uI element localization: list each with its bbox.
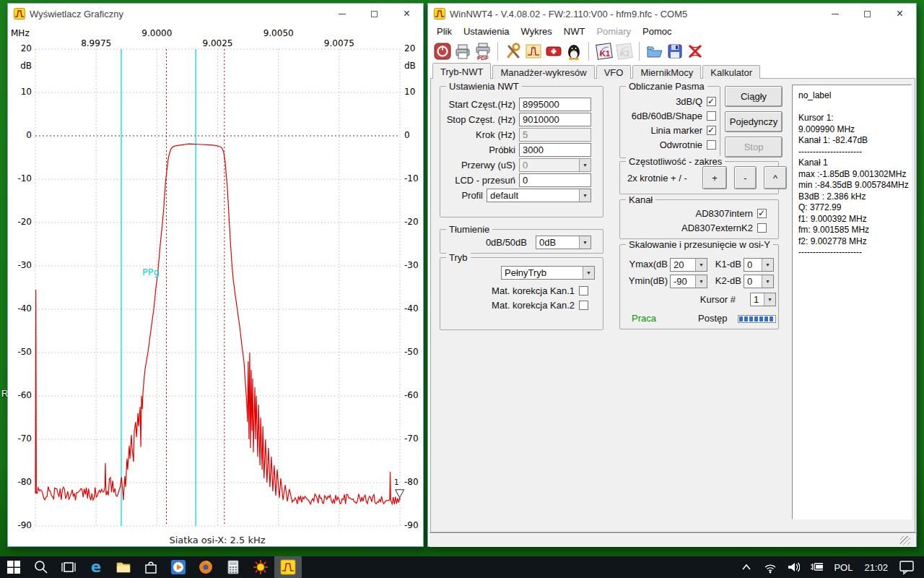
tab-manad-er-wykres-w[interactable]: Manadżer-wykresów	[492, 65, 594, 79]
linia-marker-checkbox[interactable]	[707, 126, 716, 135]
info-line: 9.009990 MHz	[798, 124, 911, 136]
checkbox-row: Mat. korekcja Kan.2	[440, 298, 588, 312]
print-icon[interactable]	[453, 41, 473, 61]
pr-bki-input[interactable]: 3000	[519, 143, 591, 157]
tab-tryb-nwt[interactable]: Tryb-NWT	[432, 63, 491, 79]
open-file-icon[interactable]	[645, 41, 665, 61]
menu-wykres[interactable]: Wykres	[515, 25, 558, 38]
restore-range-button[interactable]: ^	[764, 166, 787, 189]
tray-chevron-icon[interactable]	[736, 556, 759, 578]
battery-icon[interactable]	[805, 556, 828, 578]
taskbar-store-button[interactable]	[137, 556, 165, 578]
clock[interactable]: 21:02	[858, 562, 894, 573]
6db-60db-shape-checkbox[interactable]	[707, 111, 716, 121]
maximize-button[interactable]	[358, 4, 391, 24]
maximize-button[interactable]	[851, 4, 884, 24]
taskbar-media-player-button[interactable]	[165, 556, 192, 578]
taskbar-winnwt-button[interactable]	[274, 556, 302, 578]
menu-plik[interactable]: Plik	[431, 25, 458, 38]
info-line: no_label	[798, 90, 911, 102]
single-sweep-button[interactable]: Pojedynczy	[725, 111, 783, 132]
x-tick-label: 9.0000	[138, 28, 175, 38]
taskbar-sun-app-button[interactable]	[247, 556, 274, 578]
lcd-przesu-input[interactable]: 0	[519, 173, 591, 187]
taskbar-firefox-button[interactable]	[192, 556, 219, 578]
odwrotnie-checkbox[interactable]	[707, 140, 716, 150]
tab-vfo[interactable]: VFO	[596, 65, 632, 79]
zoom-in-button[interactable]: +	[702, 166, 727, 189]
language-indicator[interactable]: POL	[828, 562, 858, 573]
ad8307externk2-checkbox[interactable]	[757, 223, 767, 233]
pdf-print-icon[interactable]: PDF	[473, 41, 493, 61]
delete-curves-icon[interactable]	[685, 41, 705, 61]
close-button[interactable]: ×	[391, 4, 423, 24]
main-window: WinNWT4 - V.4.08.02 - FW:2.110:V00 - hfm…	[427, 3, 917, 547]
ymax-select[interactable]: 20▼	[670, 258, 707, 272]
main-window-titlebar[interactable]: WinNWT4 - V.4.08.02 - FW:2.110:V00 - hfm…	[428, 4, 916, 24]
stop-button[interactable]: Stop	[725, 137, 783, 158]
cursor-marker-triangle[interactable]	[396, 490, 404, 498]
power-icon[interactable]	[432, 41, 453, 61]
minimize-button[interactable]	[326, 4, 358, 24]
tools-icon[interactable]	[503, 41, 523, 61]
mat-korekcja-kan-2-checkbox[interactable]	[579, 301, 588, 310]
profil-label: Profil	[440, 190, 487, 201]
info-line: f2: 9.002778 MHz	[798, 236, 911, 248]
menu-nwt[interactable]: NWT	[558, 25, 591, 38]
taskbar-calculator-button[interactable]	[219, 556, 247, 578]
close-button[interactable]: ×	[884, 4, 916, 24]
save-file-icon[interactable]	[665, 41, 685, 61]
volume-icon[interactable]	[782, 556, 805, 578]
action-center-icon[interactable]	[894, 556, 920, 578]
menu-ustawienia[interactable]: Ustawienia	[458, 25, 515, 38]
taskbar-start-button[interactable]	[0, 556, 27, 578]
attenuation-select[interactable]: 0dB▼	[536, 236, 591, 249]
menu-pomiary[interactable]: Pomiary	[590, 25, 637, 38]
menu-pomoc[interactable]: Pomoc	[637, 25, 677, 38]
minimize-button[interactable]	[819, 4, 851, 24]
chevron-down-icon: ▼	[579, 236, 590, 249]
k1-select[interactable]: 0▼	[744, 258, 774, 272]
form-row: Krok (Hz)5	[440, 127, 603, 142]
taskbar-explorer-button[interactable]	[110, 556, 137, 578]
taskbar-edge-button[interactable]: e	[82, 556, 110, 578]
y-tick-label-right: -70	[404, 434, 429, 444]
continuous-sweep-button[interactable]: Ciągły	[725, 86, 783, 107]
profil-select[interactable]: default▼	[487, 189, 591, 202]
linia-marker-label: Linia marker	[650, 125, 702, 136]
form-row: Start Częst.(Hz)8995000	[440, 97, 603, 112]
spectrum-plot[interactable]	[8, 24, 424, 548]
tab-kalkulator[interactable]: Kalkulator	[702, 65, 760, 79]
mode-select[interactable]: PełnyTryb▼	[501, 266, 595, 280]
ymax-label: Ymax(dB	[624, 259, 668, 269]
tux-icon[interactable]	[564, 41, 584, 61]
ad8307intern-checkbox[interactable]	[757, 209, 767, 218]
k1-cal-icon[interactable]: K1	[594, 41, 614, 61]
k2-cal-icon[interactable]: K2	[614, 41, 635, 61]
taskbar-task-view-button[interactable]	[55, 556, 82, 578]
chevron-down-icon: ▼	[695, 259, 707, 271]
cursor-select[interactable]: 1▼	[750, 293, 776, 306]
resize-grip[interactable]	[900, 536, 910, 545]
x-grid-footer: Siatka osi-X: 2.5 kHz	[73, 535, 362, 545]
wifi-icon[interactable]	[759, 556, 782, 578]
start-cz-st-hz-input[interactable]: 8995000	[519, 98, 591, 111]
k2-select[interactable]: 0▼	[744, 275, 774, 288]
swiss-knife-icon[interactable]	[544, 41, 564, 61]
plot-window-titlebar[interactable]: Wyświetlacz Graficzny ×	[8, 4, 423, 24]
measurement-info-panel: no_label Kursor 1:9.009990 MHzKanał 1: -…	[792, 85, 912, 519]
3db-q-checkbox[interactable]	[707, 97, 716, 106]
sweep-window-icon[interactable]	[523, 41, 544, 61]
taskbar-search-button[interactable]	[27, 556, 55, 578]
y-tick-label-left: -80	[8, 477, 32, 487]
stop-cz-st-hz-input[interactable]: 9010000	[519, 113, 591, 126]
chevron-down-icon: ▼	[579, 189, 590, 202]
toolbar-separator	[639, 42, 640, 61]
tab-miernikmocy[interactable]: MiernikMocy	[632, 65, 701, 79]
zoom-out-button[interactable]: -	[734, 166, 757, 189]
x-tick-label: 9.0075	[321, 38, 358, 48]
ymin-select[interactable]: -90▼	[670, 275, 707, 288]
mat-korekcja-kan-1-checkbox[interactable]	[579, 286, 588, 296]
checkbox-row: Mat. korekcja Kan.1	[440, 283, 588, 298]
przerwy-us-label: Przerwy (uS)	[440, 160, 519, 171]
